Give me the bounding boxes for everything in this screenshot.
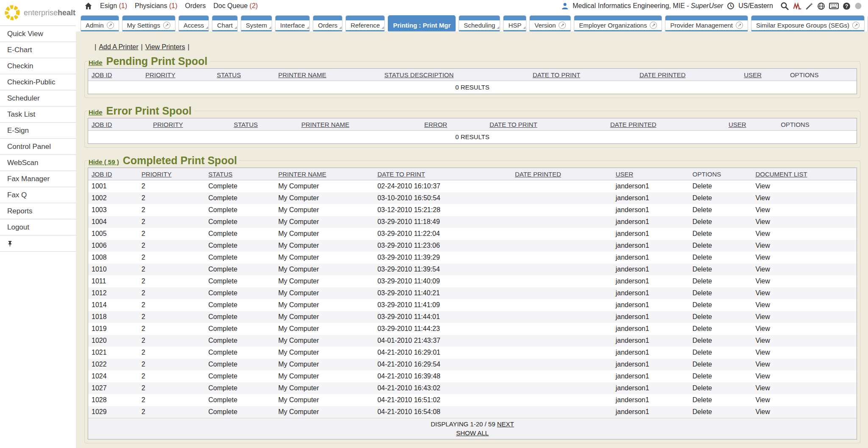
home-icon[interactable]: [84, 2, 92, 10]
sidebar-item-task-list[interactable]: Task List: [0, 106, 76, 123]
keyboard-icon[interactable]: [829, 3, 839, 9]
view-link[interactable]: View: [752, 335, 857, 347]
tab-scheduling[interactable]: Scheduling: [459, 15, 500, 31]
view-link[interactable]: View: [752, 347, 857, 358]
view-link[interactable]: View: [752, 311, 857, 323]
globe-icon[interactable]: [817, 2, 825, 10]
sidebar-item-checkin-public[interactable]: Checkin-Public: [0, 74, 76, 90]
delete-link[interactable]: Delete: [689, 204, 752, 216]
delete-link[interactable]: Delete: [689, 370, 752, 382]
tab-provider-management[interactable]: Provider Management↗: [665, 15, 748, 31]
delete-link[interactable]: Delete: [689, 358, 752, 370]
sidebar-item-e-chart[interactable]: E-Chart: [0, 42, 76, 58]
tab-chart[interactable]: Chart: [212, 15, 238, 31]
view-link[interactable]: View: [752, 228, 857, 240]
tab-interface[interactable]: Interface: [275, 15, 310, 31]
delete-link[interactable]: Delete: [689, 311, 752, 323]
popout-icon[interactable]: ↗: [163, 22, 170, 29]
col-header-status[interactable]: STATUS: [230, 118, 298, 131]
col-header-date-to-print[interactable]: DATE TO PRINT: [529, 69, 636, 81]
view-link[interactable]: View: [752, 382, 857, 394]
col-header-user[interactable]: USER: [612, 168, 689, 180]
topnav-doc-queue[interactable]: Doc Queue (2): [213, 2, 258, 10]
signature-icon[interactable]: [793, 2, 801, 10]
col-header-date-to-print[interactable]: DATE TO PRINT: [486, 118, 607, 131]
tab-access[interactable]: Access: [178, 15, 209, 31]
col-header-job-id[interactable]: JOB ID: [88, 69, 142, 81]
view-link[interactable]: View: [752, 275, 857, 287]
tab-orders[interactable]: Orders: [313, 15, 342, 31]
popout-icon[interactable]: ↗: [852, 22, 860, 29]
col-header-document-list[interactable]: DOCUMENT LIST: [752, 168, 857, 180]
delete-link[interactable]: Delete: [689, 252, 752, 263]
delete-link[interactable]: Delete: [689, 335, 752, 347]
search-icon[interactable]: [780, 2, 789, 10]
delete-link[interactable]: Delete: [689, 299, 752, 311]
view-link[interactable]: View: [752, 299, 857, 311]
view-link[interactable]: View: [752, 406, 857, 418]
delete-link[interactable]: Delete: [689, 240, 752, 252]
sidebar-item-fax-manager[interactable]: Fax Manager: [0, 171, 76, 187]
view-link[interactable]: View: [752, 263, 857, 275]
hide-completed-link[interactable]: Hide ( 59 ): [89, 158, 119, 165]
tab-system[interactable]: System: [241, 15, 272, 31]
delete-link[interactable]: Delete: [689, 228, 752, 240]
col-header-priority[interactable]: PRIORITY: [138, 168, 205, 180]
view-link[interactable]: View: [752, 287, 857, 299]
col-header-printer-name[interactable]: PRINTER NAME: [275, 168, 374, 180]
view-link[interactable]: View: [752, 240, 857, 252]
hide-error-link[interactable]: Hide: [89, 109, 103, 116]
tab-hsp[interactable]: HSP: [503, 15, 526, 31]
view-printers-link[interactable]: View Printers: [145, 43, 185, 50]
delete-link[interactable]: Delete: [689, 180, 752, 193]
view-link[interactable]: View: [752, 394, 857, 406]
col-header-date-printed[interactable]: DATE PRINTED: [607, 118, 725, 131]
topnav-esign[interactable]: Esign (1): [100, 2, 127, 10]
topnav-orders[interactable]: Orders: [185, 2, 206, 10]
tab-my-settings[interactable]: My Settings↗: [122, 15, 175, 31]
col-header-user[interactable]: USER: [725, 118, 777, 131]
view-link[interactable]: View: [752, 252, 857, 263]
col-header-priority[interactable]: PRIORITY: [150, 118, 230, 131]
popout-icon[interactable]: ↗: [559, 22, 566, 29]
col-header-date-printed[interactable]: DATE PRINTED: [636, 69, 741, 81]
view-link[interactable]: View: [752, 204, 857, 216]
add-a-printer-link[interactable]: Add A Printer: [99, 43, 138, 50]
sidebar-item-quick-view[interactable]: Quick View: [0, 26, 76, 42]
view-link[interactable]: View: [752, 192, 857, 204]
tab-reference[interactable]: Reference: [345, 15, 385, 31]
popout-icon[interactable]: ↗: [107, 22, 114, 29]
delete-link[interactable]: Delete: [689, 263, 752, 275]
col-header-job-id[interactable]: JOB ID: [88, 118, 150, 131]
sidebar-item-e-sign[interactable]: E-Sign: [0, 123, 76, 139]
view-link[interactable]: View: [752, 323, 857, 335]
tab-similar-exposure-groups-segs[interactable]: Similar Exposure Groups (SEGs)↗: [751, 15, 865, 31]
delete-link[interactable]: Delete: [689, 287, 752, 299]
sidebar-item-checkin[interactable]: Checkin: [0, 58, 76, 74]
col-header-user[interactable]: USER: [740, 69, 787, 81]
sidebar-item-webscan[interactable]: WebScan: [0, 155, 76, 171]
topnav-physicians[interactable]: Physicians (1): [135, 2, 177, 10]
sidebar-pin-toggle[interactable]: [0, 235, 76, 252]
sidebar-item-reports[interactable]: Reports: [0, 203, 76, 219]
col-header-printer-name[interactable]: PRINTER NAME: [298, 118, 421, 131]
delete-link[interactable]: Delete: [689, 216, 752, 228]
delete-link[interactable]: Delete: [689, 323, 752, 335]
sidebar-item-control-panel[interactable]: Control Panel: [0, 139, 76, 155]
col-header-date-printed[interactable]: DATE PRINTED: [512, 168, 612, 180]
col-header-date-to-print[interactable]: DATE TO PRINT: [374, 168, 512, 180]
delete-link[interactable]: Delete: [689, 406, 752, 418]
tab-admin[interactable]: Admin↗: [81, 15, 119, 31]
delete-link[interactable]: Delete: [689, 275, 752, 287]
sidebar-item-fax-q[interactable]: Fax Q: [0, 187, 76, 203]
sidebar-item-logout[interactable]: Logout: [0, 219, 76, 235]
tab-employer-organizations[interactable]: Employer Organizations↗: [574, 15, 662, 31]
col-header-status-description[interactable]: STATUS DESCRIPTION: [381, 69, 529, 81]
delete-link[interactable]: Delete: [689, 394, 752, 406]
col-header-error[interactable]: ERROR: [421, 118, 486, 131]
popout-icon[interactable]: ↗: [736, 22, 743, 29]
next-page-link[interactable]: NEXT: [497, 420, 514, 428]
col-header-printer-name[interactable]: PRINTER NAME: [275, 69, 381, 81]
view-link[interactable]: View: [752, 216, 857, 228]
col-header-status[interactable]: STATUS: [214, 69, 275, 81]
